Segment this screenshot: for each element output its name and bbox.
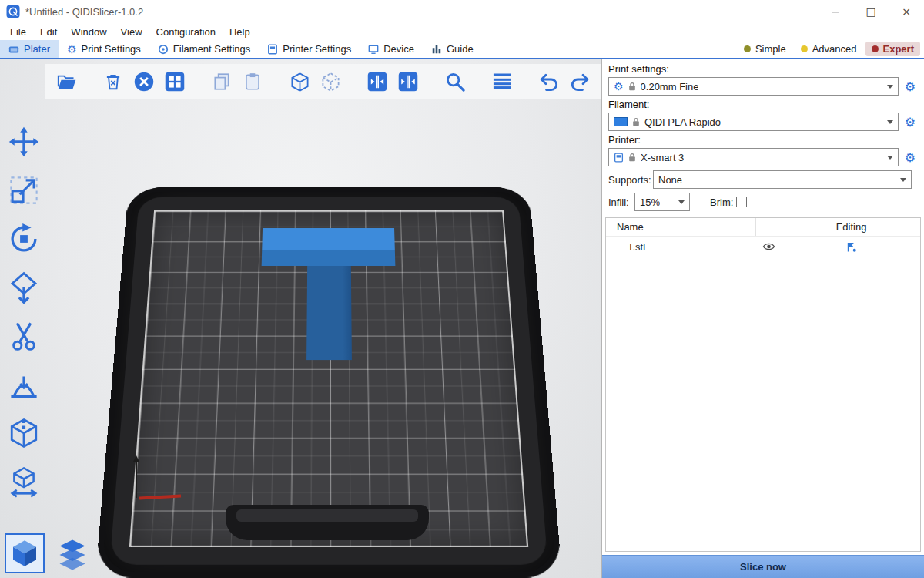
settings-sidebar: Print settings: ⚙ 0.20mm Fine ⚙ Filament… [602,59,924,578]
search-icon [444,70,466,93]
filament-value: QIDI PLA Rapido [644,116,721,128]
preview-view-button[interactable] [52,533,92,573]
tab-plater[interactable]: Plater [0,40,59,58]
editing-column-header: Editing [782,218,920,236]
object-name: T.stl [606,241,755,253]
scissors-icon [8,320,40,352]
open-button[interactable] [55,71,77,92]
menu-configuration[interactable]: Configuration [149,25,223,39]
split-objects-button[interactable] [367,71,388,92]
support-painting-icon [8,368,40,401]
printer-edit-button[interactable]: ⚙ [902,148,918,166]
viewport-3d[interactable] [0,59,602,578]
printer-combo[interactable]: X-smart 3 [608,148,899,166]
printer-icon [267,44,278,55]
menubar: File Edit Window View Configuration Help [0,23,924,40]
arrange-icon [164,71,186,92]
mode-advanced-label: Advanced [812,43,857,55]
seam-painting-tool-button[interactable] [6,415,42,451]
model-bar-front-face [262,250,396,266]
add-instance-button[interactable] [289,71,310,92]
remove-instance-cube-icon [320,72,341,92]
close-button[interactable]: × [889,0,924,23]
filament-color-swatch [614,117,628,126]
print-settings-value: 0.20mm Fine [641,81,699,92]
arrange-button[interactable] [164,71,186,92]
move-icon [8,126,40,158]
z-axis-indicator [136,461,137,498]
rotate-tool-button[interactable] [6,221,42,257]
menu-window[interactable]: Window [64,25,113,39]
paste-button[interactable] [242,71,263,92]
filament-combo[interactable]: QIDI PLA Rapido [608,113,899,131]
tabbar: Plater ⚙ Print Settings Filament Setting… [0,40,924,59]
slice-now-button[interactable]: Slice now [602,555,924,578]
brim-checkbox[interactable] [736,197,747,207]
filament-edit-button[interactable]: ⚙ [902,113,918,131]
menu-help[interactable]: Help [223,25,257,39]
open-folder-icon [56,72,77,92]
tab-device[interactable]: Device [360,40,423,58]
support-painting-tool-button[interactable] [6,367,42,402]
tab-printer-settings[interactable]: Printer Settings [259,40,360,58]
measure-icon [8,465,40,498]
remove-instance-button[interactable] [320,71,341,92]
split-objects-icon [367,71,388,92]
object-editing-button[interactable] [782,241,920,253]
mode-simple[interactable]: Simple [738,42,792,56]
left-toolbar [6,124,42,499]
print-settings-tab-icon: ⚙ [67,44,77,55]
model-bar-top-face [262,228,395,250]
titlebar: *Untitled - QIDISlicer-1.0.2 − □ × [0,0,924,23]
view-switch [5,533,92,573]
add-instance-cube-icon [290,72,310,92]
maximize-button[interactable]: □ [853,0,889,23]
object-list-header: Name Editing [606,218,920,237]
place-on-face-tool-button[interactable] [6,270,42,305]
print-settings-edit-button[interactable]: ⚙ [902,77,918,96]
brim-label: Brim: [710,197,733,208]
mode-switcher: Simple Advanced Expert [738,40,924,58]
measure-tool-button[interactable] [6,464,42,499]
split-parts-button[interactable] [397,71,419,92]
mode-expert[interactable]: Expert [865,42,920,56]
layer-height-icon [491,71,513,92]
variable-layer-height-button[interactable] [491,71,513,92]
bed-grid [129,210,528,547]
tab-guide[interactable]: Guide [423,40,482,58]
scale-icon [8,174,40,207]
editor-view-button[interactable] [5,533,45,573]
copy-icon [212,72,232,92]
copy-button[interactable] [211,71,233,92]
tab-plater-label: Plater [24,43,50,55]
place-on-face-icon [8,271,40,304]
tab-device-label: Device [383,43,414,55]
tab-print-settings[interactable]: ⚙ Print Settings [59,40,149,58]
undo-button[interactable] [538,71,560,92]
minimize-button[interactable]: − [818,0,853,23]
infill-combo[interactable]: 15% [634,193,690,211]
search-button[interactable] [444,71,466,92]
infill-label: Infill: [608,197,634,208]
filament-spool-icon [158,44,169,55]
menu-file[interactable]: File [3,25,33,39]
visibility-toggle[interactable] [755,241,782,252]
move-tool-button[interactable] [6,124,42,160]
supports-combo[interactable]: None [653,170,912,189]
mode-advanced[interactable]: Advanced [795,42,863,56]
menu-edit[interactable]: Edit [33,25,64,39]
redo-button[interactable] [569,71,591,92]
delete-all-button[interactable] [133,71,155,92]
cut-tool-button[interactable] [6,318,42,354]
tab-filament-settings[interactable]: Filament Settings [149,40,259,58]
list-item[interactable]: T.stl [606,237,920,257]
lock-icon [628,82,636,91]
supports-value: None [658,174,682,186]
print-settings-combo[interactable]: ⚙ 0.20mm Fine [608,77,899,96]
plater-icon [8,44,19,55]
scale-tool-button[interactable] [6,173,42,208]
split-parts-icon [397,71,419,92]
menu-view[interactable]: View [114,25,149,39]
delete-button[interactable] [102,71,124,92]
model-stem [306,266,352,360]
